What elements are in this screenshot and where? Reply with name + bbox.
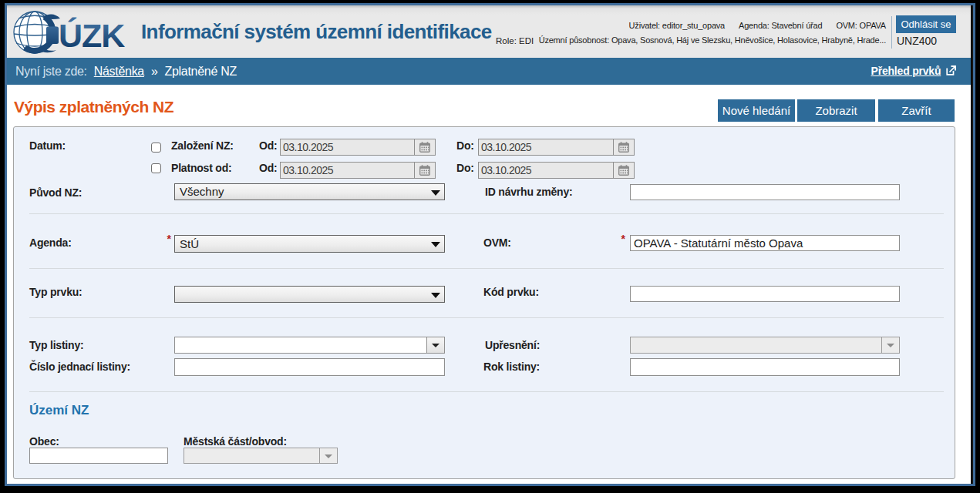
svg-text:ÚZK: ÚZK (59, 17, 125, 54)
